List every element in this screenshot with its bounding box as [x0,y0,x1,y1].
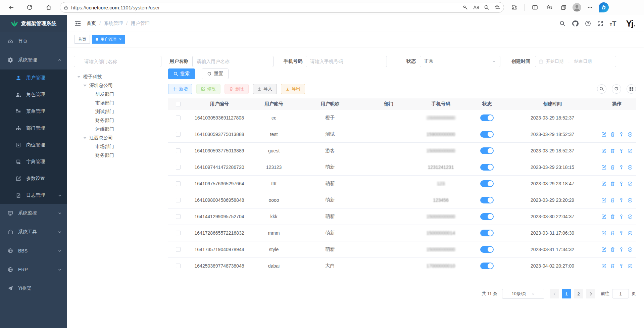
row-checkbox[interactable] [176,247,181,252]
row-delete-icon[interactable] [610,165,615,170]
bing-chat-icon[interactable]: b [599,2,609,12]
search-button[interactable]: 搜索 [168,68,195,79]
status-toggle[interactable] [480,164,494,171]
edit-button[interactable]: 修改 [196,84,220,94]
tree-expand-caret-icon[interactable] [83,137,87,139]
phone-input[interactable] [306,56,387,67]
delete-button[interactable]: 删除 [225,84,249,94]
pagination-next-button[interactable] [586,289,595,298]
tree-node-财务部门[interactable]: 财务部门 [74,116,161,125]
tag-用户管理[interactable]: 用户管理× [92,35,125,44]
pagination-page-2[interactable]: 2 [574,289,583,298]
sidebar-item-首页[interactable]: 首页 [0,32,67,51]
row-edit-icon[interactable] [601,231,606,236]
row-edit-icon[interactable] [601,264,606,269]
row-edit-icon[interactable] [601,198,606,203]
read-aloud-icon[interactable] [473,5,479,10]
row-checkbox[interactable] [176,115,181,120]
select-all-checkbox[interactable] [176,102,181,106]
row-checkbox[interactable] [176,132,181,137]
collections-icon[interactable] [558,2,569,13]
sidebar-item-部门管理[interactable]: 部门管理 [0,120,67,137]
row-reset-password-icon[interactable] [619,214,624,219]
export-button[interactable]: 导出 [281,84,305,94]
row-checkbox[interactable] [176,231,181,235]
browser-profile-avatar[interactable] [573,3,581,12]
row-assign-role-icon[interactable] [628,132,633,137]
row-checkbox[interactable] [176,181,181,186]
add-button[interactable]: 新增 [168,84,192,94]
status-toggle[interactable] [480,131,494,138]
row-reset-password-icon[interactable] [619,148,624,153]
dept-search-input[interactable] [74,56,161,67]
password-key-icon[interactable] [462,5,468,10]
sidebar-item-BBS[interactable]: BBS [0,241,67,260]
row-edit-icon[interactable] [601,132,606,137]
tree-node-橙子科技[interactable]: 橙子科技 [74,73,161,81]
status-toggle[interactable] [480,114,494,121]
table-refresh-button[interactable] [612,84,621,94]
row-delete-icon[interactable] [610,214,615,219]
status-toggle[interactable] [480,197,494,203]
tag-close-icon[interactable]: × [119,37,121,42]
import-button[interactable]: 导入 [253,84,277,94]
row-reset-password-icon[interactable] [619,132,624,137]
reset-button[interactable]: 重置 [202,68,229,79]
sidebar-item-用户管理[interactable]: 用户管理 [0,69,67,86]
sidebar-item-日志管理[interactable]: 日志管理 [0,187,67,204]
tree-node-运维部门[interactable]: 运维部门 [74,125,161,134]
row-delete-icon[interactable] [610,247,615,252]
row-delete-icon[interactable] [610,198,615,203]
browser-refresh-button[interactable] [24,2,35,13]
row-assign-role-icon[interactable] [628,165,633,170]
row-assign-role-icon[interactable] [628,247,633,252]
font-size-icon[interactable]: тT [610,20,616,28]
row-reset-password-icon[interactable] [619,198,624,203]
sidebar-item-参数设置[interactable]: 参数设置 [0,170,67,187]
row-checkbox[interactable] [176,148,181,153]
tree-node-深圳总公司[interactable]: 深圳总公司 [74,81,161,90]
username-input[interactable] [192,56,274,67]
row-reset-password-icon[interactable] [619,264,624,269]
status-toggle[interactable] [480,263,494,269]
sidebar-item-字典管理[interactable]: 字典管理 [0,153,67,170]
browser-address-bar[interactable]: https://ccnetcore.com:1101/system/user [60,2,504,13]
sidebar-item-角色管理[interactable]: 角色管理 [0,86,67,103]
github-icon[interactable] [572,20,579,27]
yj-logo[interactable]: Yj ▾ [623,19,635,28]
header-search-icon[interactable] [559,20,565,27]
split-screen-icon[interactable] [529,2,541,13]
row-reset-password-icon[interactable] [619,181,624,186]
tree-expand-caret-icon[interactable] [83,85,87,87]
status-select[interactable]: 正常 [420,56,500,67]
help-icon[interactable] [585,20,591,27]
row-assign-role-icon[interactable] [628,264,633,269]
row-delete-icon[interactable] [610,231,615,236]
row-assign-role-icon[interactable] [628,231,633,236]
browser-home-button[interactable] [43,2,54,13]
favorite-add-icon[interactable] [494,4,500,10]
sidebar-item-Yi框架[interactable]: Yi框架 [0,279,67,298]
row-assign-role-icon[interactable] [628,214,633,219]
breadcrumb-item[interactable]: 系统管理 [104,20,123,27]
row-checkbox[interactable] [176,165,181,170]
row-reset-password-icon[interactable] [619,165,624,170]
favorites-bar-icon[interactable] [544,2,555,13]
date-range-picker[interactable]: 开始日期 - 结束日期 [535,56,616,67]
row-edit-icon[interactable] [601,165,606,170]
row-delete-icon[interactable] [610,264,615,269]
tree-node-研发部门[interactable]: 研发部门 [74,90,161,99]
row-checkbox[interactable] [176,198,181,202]
row-delete-icon[interactable] [610,132,615,137]
row-edit-icon[interactable] [601,214,606,219]
row-checkbox[interactable] [176,214,181,219]
sidebar-item-系统监控[interactable]: 系统监控 [0,204,67,223]
sidebar-collapse-icon[interactable] [75,20,81,27]
sidebar-item-菜单管理[interactable]: 菜单管理 [0,103,67,120]
breadcrumb-item[interactable]: 首页 [87,20,96,27]
breadcrumb-item[interactable]: 用户管理 [131,20,150,27]
tree-node-江西总公司[interactable]: 江西总公司 [74,134,161,142]
tree-node-市场部门[interactable]: 市场部门 [74,99,161,107]
sidebar-item-系统管理[interactable]: 系统管理 [0,51,67,69]
tree-expand-caret-icon[interactable] [77,76,81,78]
